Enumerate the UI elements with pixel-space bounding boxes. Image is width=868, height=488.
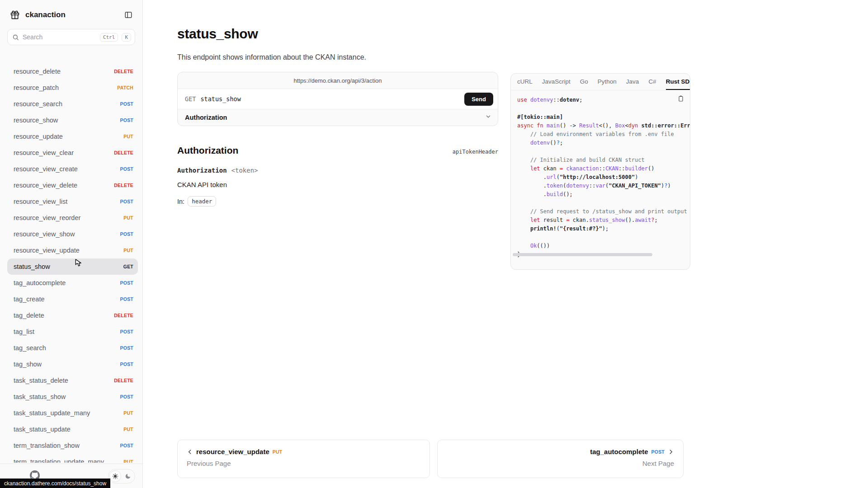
search-input[interactable]: Search Ctrl K: [7, 29, 135, 45]
auth-param: Authorization<token>: [177, 167, 498, 174]
method-badge: POST: [120, 329, 133, 334]
sidebar-header: ckanaction: [0, 0, 142, 23]
kbd-k: K: [122, 33, 131, 42]
sidebar-item-resource_patch[interactable]: resource_patchPATCH: [7, 80, 138, 96]
sidebar-item-tag_show[interactable]: tag_showPOST: [7, 356, 138, 372]
endpoint-label: resource_view_delete: [14, 181, 114, 190]
sidebar-item-task_status_show[interactable]: task_status_showPOST: [7, 389, 138, 405]
auth-description: CKAN API token: [177, 181, 498, 188]
sidebar-item-resource_show[interactable]: resource_showPOST: [7, 112, 138, 128]
code-line: println!("{result:#?}");: [517, 225, 684, 233]
method-badge: POST: [120, 166, 133, 172]
endpoint-label: status_show: [14, 263, 123, 271]
sidebar-item-tag_delete[interactable]: tag_deleteDELETE: [7, 307, 138, 324]
auth-accordion[interactable]: Authorization: [178, 109, 498, 126]
previous-page-card[interactable]: resource_view_update PUT Previous Page: [177, 440, 430, 478]
endpoint-label: task_status_update: [14, 425, 123, 434]
method-badge: POST: [120, 361, 133, 367]
horizontal-scrollbar[interactable]: [513, 253, 652, 256]
api-playground: https://demo.ckan.org/api/3/action GET s…: [177, 72, 498, 126]
method-badge: POST: [120, 231, 133, 237]
authorization-heading: Authorization: [177, 145, 453, 156]
sidebar-item-resource_view_list[interactable]: resource_view_listPOST: [7, 193, 138, 210]
sidebar-item-tag_list[interactable]: tag_listPOST: [7, 324, 138, 340]
sidebar: ckanaction Search Ctrl K resource_delete…: [0, 0, 143, 488]
sidebar-item-task_status_update[interactable]: task_status_updatePUT: [7, 421, 138, 437]
tab-curl[interactable]: cURL: [517, 74, 533, 90]
endpoint-label: resource_delete: [14, 67, 114, 76]
method-badge: POST: [120, 199, 133, 204]
page-description: This endpoint shows information about th…: [177, 53, 498, 61]
sidebar-item-term_translation_show[interactable]: term_translation_showPOST: [7, 437, 138, 454]
sidebar-item-tag_create[interactable]: tag_createPOST: [7, 291, 138, 307]
send-button[interactable]: Send: [464, 93, 493, 106]
method-badge: POST: [120, 296, 133, 302]
sidebar-item-resource_view_update[interactable]: resource_view_updatePUT: [7, 242, 138, 258]
sidebar-item-resource_search[interactable]: resource_searchPOST: [7, 96, 138, 112]
sidebar-item-resource_view_create[interactable]: resource_view_createPOST: [7, 161, 138, 177]
code-line: .build();: [517, 190, 684, 199]
tab-java[interactable]: Java: [626, 74, 639, 90]
sidebar-item-resource_delete[interactable]: resource_deleteDELETE: [7, 63, 138, 80]
code-line: .token(dotenvy::var("CKAN_API_TOKEN")?): [517, 182, 684, 190]
tab-python[interactable]: Python: [598, 74, 617, 90]
search-icon: [12, 34, 19, 41]
sidebar-item-resource_view_clear[interactable]: resource_view_clearDELETE: [7, 145, 138, 161]
code-block: use dotenvy::dotenv; #[tokio::main]async…: [511, 90, 690, 258]
tab-javascript[interactable]: JavaScript: [542, 74, 571, 90]
sidebar-item-status_show[interactable]: status_showGET: [7, 258, 138, 275]
method-badge: POST: [120, 394, 133, 399]
page-title: status_show: [177, 26, 498, 42]
light-mode-button[interactable]: [109, 470, 121, 482]
tab-c-[interactable]: C#: [648, 74, 656, 90]
request-endpoint: status_show: [200, 95, 460, 103]
sidebar-item-resource_view_delete[interactable]: resource_view_deleteDELETE: [7, 177, 138, 193]
copy-icon[interactable]: [677, 95, 684, 104]
method-badge: PATCH: [117, 85, 133, 90]
method-badge: PUT: [123, 248, 133, 253]
request-row: GET status_show Send: [178, 89, 498, 109]
endpoint-label: term_translation_show: [14, 441, 120, 450]
endpoint-label: resource_update: [14, 132, 123, 141]
endpoint-label: resource_view_clear: [14, 149, 114, 157]
endpoint-label: resource_search: [14, 100, 120, 108]
method-badge: POST: [120, 280, 133, 286]
sidebar-item-term_translation_update_many[interactable]: term_translation_update_manyPUT: [7, 454, 138, 463]
search-placeholder: Search: [23, 33, 96, 41]
method-badge: DELETE: [114, 150, 133, 155]
sidebar-item-task_status_delete[interactable]: task_status_deleteDELETE: [7, 372, 138, 389]
dark-mode-button[interactable]: [122, 470, 134, 482]
sidebar-item-tag_autocomplete[interactable]: tag_autocompletePOST: [7, 275, 138, 291]
next-page-card[interactable]: tag_autocomplete POST Next Page: [437, 440, 684, 478]
endpoint-label: task_status_show: [14, 393, 120, 401]
sidebar-item-resource_update[interactable]: resource_updatePUT: [7, 128, 138, 145]
method-badge: POST: [120, 101, 133, 107]
method-badge: DELETE: [114, 183, 133, 188]
sidebar-item-task_status_update_many[interactable]: task_status_update_manyPUT: [7, 405, 138, 421]
code-line: [517, 199, 684, 207]
code-line: #[tokio::main]: [517, 113, 684, 122]
endpoint-label: tag_delete: [14, 311, 114, 320]
sidebar-toggle-icon[interactable]: [123, 9, 134, 21]
endpoint-label: resource_show: [14, 116, 120, 125]
tab-rust-sdk[interactable]: Rust SDK: [666, 74, 690, 90]
app-title: ckanaction: [25, 10, 118, 19]
code-line: async fn main() -> Result<(), Box<dyn st…: [517, 122, 684, 130]
next-page-method-badge: POST: [651, 449, 665, 455]
kbd-ctrl: Ctrl: [100, 33, 118, 42]
sidebar-item-resource_view_reorder[interactable]: resource_view_reorderPUT: [7, 210, 138, 226]
code-line: let result = ckan.status_show().await?;: [517, 216, 684, 225]
next-page-label: tag_autocomplete: [590, 448, 648, 455]
sidebar-item-tag_search[interactable]: tag_searchPOST: [7, 340, 138, 356]
code-line: // Load environment variables from .env …: [517, 130, 684, 139]
theme-toggle: [108, 469, 135, 483]
code-line: let ckan = ckanaction::CKAN::builder(): [517, 164, 684, 173]
tab-go[interactable]: Go: [580, 74, 588, 90]
sidebar-item-resource_view_show[interactable]: resource_view_showPOST: [7, 226, 138, 242]
method-badge: PUT: [123, 134, 133, 139]
method-badge: PUT: [123, 427, 133, 432]
auth-scheme-label: apiTokenHeader: [453, 149, 498, 155]
endpoint-label: resource_view_update: [14, 246, 123, 255]
chevron-down-icon: [485, 113, 491, 122]
endpoint-label: resource_view_reorder: [14, 214, 123, 222]
